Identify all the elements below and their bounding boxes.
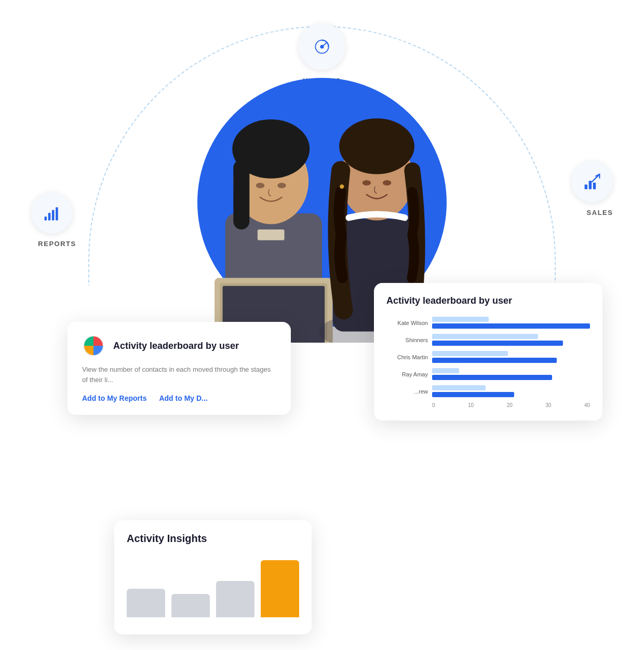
bar-dark-drew <box>432 392 514 397</box>
insights-icon-circle[interactable] <box>299 23 345 70</box>
report-card-title: Activity leaderboard by user <box>113 341 239 351</box>
svg-point-16 <box>363 180 371 185</box>
chart-label-ray: Ray Amay <box>386 371 428 377</box>
chart-label-kate: Kate Wilson <box>386 320 428 326</box>
chart-bars-drew <box>432 385 590 397</box>
chart-row-ray: Ray Amay <box>386 368 590 380</box>
svg-point-5 <box>256 183 265 188</box>
chart-row-chris: Chris Martin <box>386 351 590 363</box>
svg-rect-23 <box>48 213 51 220</box>
main-scene: INSIGHTS REPORTS SALES Activity leaderbo… <box>0 0 644 650</box>
insights-bar-chart <box>127 555 299 617</box>
chart-bars-chris <box>432 351 590 363</box>
bar-light-drew <box>432 385 486 390</box>
svg-rect-25 <box>56 207 58 220</box>
bar-light-shinners <box>432 334 538 339</box>
svg-rect-4 <box>233 160 249 229</box>
svg-line-21 <box>322 43 326 47</box>
bar-light-kate <box>432 317 489 322</box>
chart-bars-kate <box>432 317 590 329</box>
insight-bar-1 <box>127 589 165 617</box>
insights-card: Activity Insights <box>114 520 312 634</box>
svg-point-6 <box>277 183 286 188</box>
leaderboard-chart: Kate Wilson Shinners Chris Martin <box>386 317 590 408</box>
chart-axis: 0 10 20 30 40 <box>386 402 590 408</box>
leaderboard-chart-title: Activity leaderboard by user <box>386 295 590 306</box>
insight-bar-2 <box>171 594 210 617</box>
axis-40: 40 <box>584 402 590 408</box>
report-card-desc: View the number of contacts in each move… <box>82 364 276 385</box>
reports-label: REPORTS <box>31 240 83 248</box>
bar-dark-chris <box>432 358 557 363</box>
bar-dark-shinners <box>432 341 563 346</box>
bar-light-chris <box>432 351 508 356</box>
leaderboard-chart-card: Activity leaderboard by user Kate Wilson… <box>374 283 602 421</box>
pie-chart-icon <box>82 334 105 357</box>
svg-rect-7 <box>258 229 285 240</box>
chart-bars-shinners <box>432 334 590 346</box>
sales-icon-circle[interactable] <box>571 161 613 202</box>
insights-icon <box>313 37 331 56</box>
svg-point-17 <box>383 180 392 185</box>
svg-line-29 <box>592 174 599 182</box>
chart-label-chris: Chris Martin <box>386 354 428 360</box>
sales-icon <box>583 172 601 191</box>
axis-10: 10 <box>468 402 474 408</box>
svg-point-15 <box>339 118 414 174</box>
axis-30: 30 <box>545 402 551 408</box>
svg-rect-28 <box>593 183 596 189</box>
sales-label: SALES <box>579 209 621 216</box>
chart-row-shinners: Shinners <box>386 334 590 346</box>
chart-label-drew: ...rew <box>386 388 428 395</box>
insight-bar-4 <box>261 560 299 617</box>
chart-bars-ray <box>432 368 590 380</box>
bar-light-ray <box>432 368 459 373</box>
axis-0: 0 <box>432 402 435 408</box>
report-card-actions: Add to My Reports Add to My D... <box>82 394 276 402</box>
svg-rect-24 <box>52 210 55 221</box>
chart-row-drew: ...rew <box>386 385 590 397</box>
reports-icon-circle[interactable] <box>31 192 73 234</box>
svg-rect-22 <box>45 216 47 220</box>
bar-dark-kate <box>432 323 590 329</box>
reports-icon <box>43 204 61 222</box>
add-to-dashboard-link[interactable]: Add to My D... <box>159 394 207 402</box>
axis-20: 20 <box>507 402 513 408</box>
svg-rect-26 <box>585 184 587 189</box>
insights-card-title: Activity Insights <box>127 533 299 545</box>
svg-point-18 <box>340 184 344 188</box>
svg-rect-27 <box>589 181 592 189</box>
bar-dark-ray <box>432 375 552 380</box>
chart-row-kate: Kate Wilson <box>386 317 590 329</box>
add-to-reports-link[interactable]: Add to My Reports <box>82 394 146 402</box>
chart-label-shinners: Shinners <box>386 337 428 343</box>
report-preview-card: Activity leaderboard by user View the nu… <box>68 322 291 415</box>
insight-bar-3 <box>216 581 254 617</box>
report-header: Activity leaderboard by user <box>82 334 276 357</box>
